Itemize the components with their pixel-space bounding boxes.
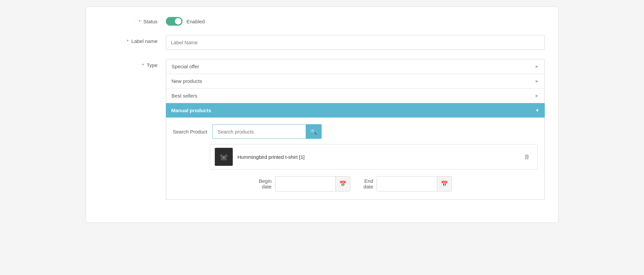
end-date-calendar-button[interactable]: 📅 bbox=[437, 176, 452, 191]
page-container: * Status Enabled * Label name bbox=[0, 0, 644, 275]
label-name-field bbox=[166, 35, 545, 50]
type-option-manual-products[interactable]: Manual products ▼ bbox=[166, 103, 545, 118]
begin-date-label: Begindate bbox=[259, 178, 271, 189]
end-date-group: Enddate 📅 bbox=[364, 176, 452, 191]
search-input-wrapper: 🔍 bbox=[212, 124, 322, 139]
product-image bbox=[218, 151, 230, 163]
type-label-text: Type bbox=[147, 62, 158, 68]
type-option-new-products-label: New products bbox=[171, 78, 202, 84]
calendar-icon: 📅 bbox=[339, 180, 346, 187]
delete-product-button[interactable]: 🗑 bbox=[521, 152, 533, 162]
label-name-label-text: Label name bbox=[132, 38, 158, 44]
begin-date-input-wrapper: 📅 bbox=[275, 176, 350, 191]
type-option-new-products-arrow: ► bbox=[535, 79, 539, 84]
status-field: Enabled bbox=[166, 17, 205, 26]
type-option-manual-products-label: Manual products bbox=[171, 108, 211, 113]
manual-products-expanded: Search Product 🔍 bbox=[166, 118, 545, 200]
product-results-list: Hummingbird printed t-shirt [1] 🗑 bbox=[210, 144, 538, 169]
status-label-text: Status bbox=[143, 19, 158, 24]
label-name-input[interactable] bbox=[166, 35, 545, 50]
type-row: * Type Special offer ► New products ► Be… bbox=[99, 59, 545, 200]
status-label: * Status bbox=[99, 19, 166, 24]
chevron-down-icon: ▼ bbox=[535, 108, 539, 113]
status-required-star: * bbox=[139, 19, 141, 24]
status-row: * Status Enabled bbox=[99, 17, 545, 26]
product-name: Hummingbird printed t-shirt [1] bbox=[237, 154, 517, 160]
svg-point-1 bbox=[223, 156, 225, 158]
begin-date-group: Begindate 📅 bbox=[259, 176, 350, 191]
type-field: Special offer ► New products ► Best sell… bbox=[166, 59, 545, 200]
type-option-special-offer-label: Special offer bbox=[171, 64, 199, 69]
type-required-star: * bbox=[142, 62, 144, 68]
search-products-input[interactable] bbox=[212, 124, 306, 139]
type-option-best-sellers-label: Best sellers bbox=[171, 93, 197, 99]
calendar-icon-end: 📅 bbox=[441, 180, 448, 187]
label-name-label: * Label name bbox=[99, 35, 166, 44]
form-container: * Status Enabled * Label name bbox=[86, 7, 558, 223]
end-date-input[interactable] bbox=[377, 176, 437, 191]
begin-date-input[interactable] bbox=[275, 176, 335, 191]
date-row: Begindate 📅 Enddate bbox=[173, 176, 538, 191]
type-option-best-sellers[interactable]: Best sellers ► bbox=[166, 89, 544, 103]
label-name-row: * Label name bbox=[99, 35, 545, 50]
search-icon: 🔍 bbox=[310, 129, 317, 135]
status-toggle[interactable] bbox=[166, 17, 182, 26]
search-product-row: Search Product 🔍 bbox=[173, 124, 538, 139]
type-label: * Type bbox=[99, 59, 166, 68]
begin-date-calendar-button[interactable]: 📅 bbox=[335, 176, 350, 191]
toggle-slider bbox=[166, 17, 182, 26]
trash-icon: 🗑 bbox=[524, 153, 530, 160]
type-option-special-offer[interactable]: Special offer ► bbox=[166, 59, 544, 74]
status-text: Enabled bbox=[186, 19, 205, 24]
end-date-label: Enddate bbox=[364, 178, 373, 189]
label-name-required-star: * bbox=[127, 38, 129, 44]
search-products-button[interactable]: 🔍 bbox=[306, 124, 322, 139]
type-options-list: Special offer ► New products ► Best sell… bbox=[166, 59, 545, 103]
product-thumbnail bbox=[215, 148, 233, 166]
type-option-new-products[interactable]: New products ► bbox=[166, 74, 544, 89]
type-option-special-offer-arrow: ► bbox=[535, 64, 539, 69]
table-row: Hummingbird printed t-shirt [1] 🗑 bbox=[210, 144, 537, 169]
end-date-input-wrapper: 📅 bbox=[377, 176, 452, 191]
search-product-label: Search Product bbox=[173, 129, 207, 135]
type-option-best-sellers-arrow: ► bbox=[535, 93, 539, 98]
